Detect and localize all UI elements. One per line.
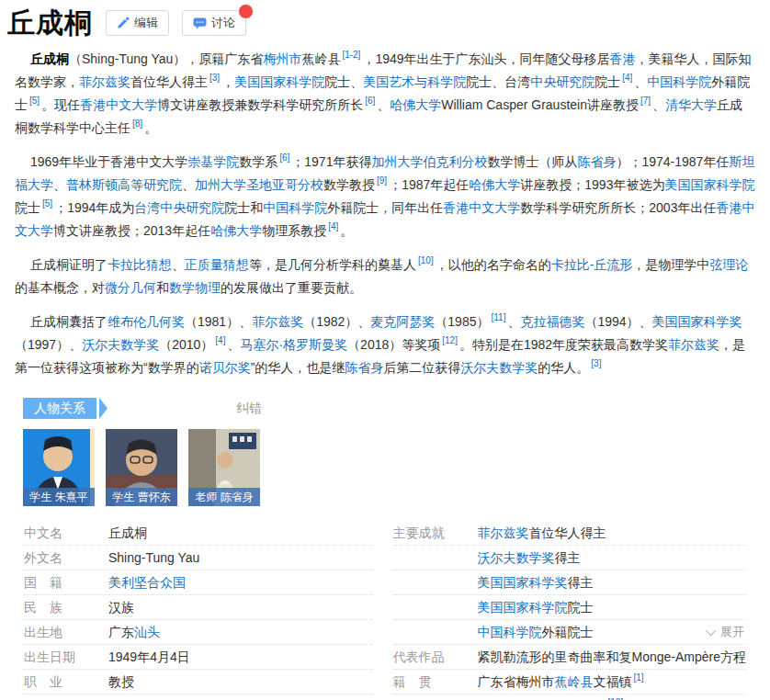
text-run: （2018）等奖项 (347, 337, 440, 352)
info-label: 代表作品 (393, 645, 478, 669)
info-label: 国 籍 (24, 570, 108, 594)
reference-sup[interactable]: [1] (634, 672, 644, 683)
reference-sup[interactable]: [10] (418, 255, 434, 265)
text-run: 、 (182, 177, 195, 192)
info-row-chinese-name: 中文名 丘成桐 (24, 521, 373, 546)
entry-link[interactable]: 美国国家科学奖 (652, 314, 742, 329)
reference-sup[interactable]: [5] (42, 198, 52, 209)
entry-link[interactable]: 美利坚合众国 (108, 575, 186, 590)
discuss-button[interactable]: 讨论 (182, 10, 246, 36)
text-run: （1985） (435, 314, 489, 329)
relation-card-chenxingshen[interactable]: 老师 陈省身 (188, 429, 260, 506)
text-run: 首位华人得主 (529, 525, 606, 540)
reference-sup[interactable]: [3] (591, 358, 601, 368)
reference-sup[interactable]: [8] (132, 119, 142, 129)
entry-link[interactable]: 克拉福德奖 (520, 314, 584, 329)
info-value: 美利坚合众国 (108, 570, 373, 594)
text-run: 紧凯勒流形的里奇曲率和复Monge-Ampère方程 (478, 649, 747, 664)
relation-card-caohuaidong[interactable]: 学生 曹怀东 (106, 429, 177, 506)
text-run: （Shing-Tung Yau），原籍广东省 (69, 51, 263, 66)
entry-link[interactable]: 数学物理 (169, 280, 221, 295)
relation-card-zhuxiping[interactable]: 学生 朱熹平 (23, 429, 95, 506)
text-run: ， (221, 74, 234, 89)
entry-link[interactable]: 微分几何 (105, 280, 156, 295)
entry-link[interactable]: 菲尔兹奖 (252, 314, 303, 329)
entry-link[interactable]: 美国国家科学院 (478, 600, 568, 615)
entry-link[interactable]: 中国科学院 (647, 74, 711, 89)
entry-link[interactable]: 菲尔兹奖 (668, 337, 719, 352)
entry-link[interactable]: 普林斯顿高等研究院 (66, 177, 182, 192)
entry-link[interactable]: 中央研究院 (530, 74, 594, 89)
entry-link[interactable]: 台湾中央研究院 (134, 200, 224, 215)
entry-link[interactable]: 维布伦几何奖 (108, 314, 185, 329)
reference-sup[interactable]: [12] (442, 335, 458, 345)
text-run: 、 (634, 74, 647, 89)
text-run: （1997）、 (15, 337, 82, 352)
text-run: 广东 (108, 625, 134, 639)
relation-cards: 学生 朱熹平 学生 曹怀东 (23, 429, 770, 506)
entry-link[interactable]: 卡拉比猜想 (108, 257, 172, 272)
reference-sup[interactable]: [3] (209, 73, 220, 83)
expand-toggle[interactable]: 展开 (708, 620, 746, 644)
entry-link[interactable]: 崇基学院 (187, 154, 239, 169)
entry-link[interactable]: 沃尔夫数学奖 (460, 360, 538, 375)
relation-label: 老师 陈省身 (188, 488, 260, 506)
entry-link[interactable]: 马塞尔·格罗斯曼奖 (240, 337, 347, 352)
text-run: ，以他的名字命名的 (436, 257, 551, 272)
text-run: William Casper Graustein讲座教授 (441, 97, 639, 112)
entry-link[interactable]: 加州大学圣地亚哥分校 (195, 177, 323, 192)
entry-link[interactable]: 梅州市 (263, 51, 301, 66)
info-column-right: 主要成就 菲尔兹奖首位华人得主 沃尔夫数学奖得主 美国国家科学奖得主 美国国家科… (393, 521, 747, 700)
entry-link[interactable]: 卡拉比-丘流形 (551, 257, 633, 272)
entry-link[interactable]: 清华大学 (665, 97, 717, 112)
text-run: ）；1974-1987年任 (616, 154, 729, 169)
entry-link[interactable]: 美国国家科学院 (234, 74, 324, 89)
entry-link[interactable]: 香港中文大学 (80, 97, 157, 112)
entry-link[interactable]: 哈佛大学 (390, 97, 441, 112)
reference-sup[interactable]: [4] (328, 221, 338, 231)
entry-link[interactable]: 汕头 (134, 625, 160, 639)
reference-sup[interactable]: [7] (640, 96, 651, 106)
entry-link[interactable]: 哈佛大学 (469, 177, 520, 192)
info-value: 美国国家科学奖得主 (478, 570, 747, 594)
entry-link[interactable]: 沃尔夫数学奖 (478, 550, 555, 565)
reference-sup[interactable]: [11] (491, 312, 505, 322)
info-row-achievements-4: 美国国家科学院院士 (393, 595, 747, 620)
entry-link[interactable]: 麦克阿瑟奖 (370, 314, 435, 329)
info-row-achievements: 主要成就 菲尔兹奖首位华人得主 (393, 521, 747, 546)
text-run: 等，是几何分析学科的奠基人 (249, 257, 416, 272)
text-run: 外籍院士 (542, 625, 594, 639)
info-row-ethnicity: 民 族 汉族 (24, 595, 373, 620)
info-row-birthdate: 出生日期 1949年4月4日 (24, 645, 373, 670)
entry-link[interactable]: 中国科学院 (263, 200, 327, 215)
entry-link[interactable]: 美国国家科学奖 (478, 575, 568, 590)
correction-link[interactable]: 纠错 (236, 401, 262, 417)
entry-link[interactable]: 美国国家科学院 (664, 177, 754, 192)
entry-link[interactable]: 沃尔夫数学奖 (82, 337, 159, 352)
entry-link[interactable]: 美国艺术与科学院 (363, 74, 466, 89)
entry-link[interactable]: 弦理论 (709, 257, 748, 272)
info-label: 出生地 (24, 620, 108, 644)
edit-button[interactable]: 编辑 (106, 10, 169, 36)
reference-sup[interactable]: [4] (215, 335, 225, 345)
entry-link[interactable]: 菲尔兹奖 (79, 74, 130, 89)
entry-link[interactable]: 香港中文大学 (443, 200, 520, 215)
entry-link[interactable]: 加州大学伯克利分校 (371, 154, 487, 169)
info-value: 广东省梅州市蕉岭县文福镇[1] (478, 670, 747, 694)
entry-link[interactable]: 菲尔兹奖 (478, 525, 529, 540)
reference-sup[interactable]: [5] (29, 96, 40, 106)
entry-link[interactable]: 陈省身 (345, 360, 383, 375)
reference-sup[interactable]: [6] (365, 96, 375, 106)
entry-link[interactable]: 哈佛大学 (210, 223, 262, 238)
reference-sup[interactable]: [1-2] (342, 50, 360, 60)
entry-link[interactable]: 诺贝尔奖 (199, 360, 251, 375)
reference-sup[interactable]: [9] (377, 175, 387, 186)
reference-sup[interactable]: [4] (622, 73, 632, 83)
info-row-native-place: 籍 贯 广东省梅州市蕉岭县文福镇[1] (393, 670, 747, 694)
entry-link[interactable]: 香港 (610, 51, 636, 66)
entry-link[interactable]: 中国科学院 (478, 625, 542, 639)
entry-link[interactable]: 正质量猜想 (185, 257, 249, 272)
entry-link[interactable]: 陈省身 (577, 154, 616, 169)
entry-link[interactable]: 蕉岭县 (555, 674, 594, 689)
reference-sup[interactable]: [6] (279, 152, 289, 163)
